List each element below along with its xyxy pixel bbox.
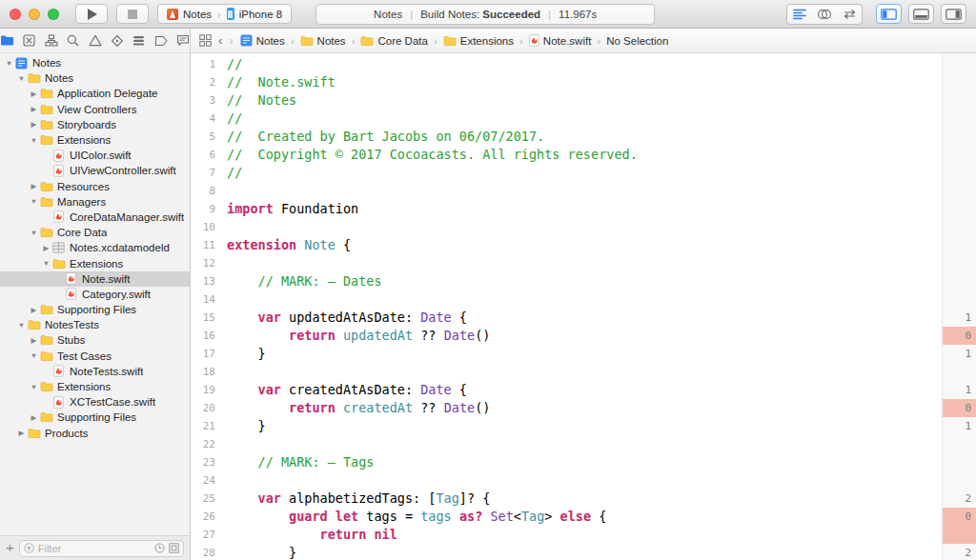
related-items-icon[interactable] bbox=[199, 34, 212, 47]
code-line[interactable] bbox=[227, 471, 942, 490]
line-number[interactable]: 26 bbox=[191, 508, 215, 526]
debug-navigator-icon[interactable] bbox=[132, 32, 146, 49]
code-line[interactable] bbox=[227, 363, 942, 381]
tree-item-xctestcase-swift[interactable]: XCTestCase.swift bbox=[0, 394, 190, 410]
code-line[interactable]: // Note.swift bbox=[227, 73, 942, 91]
code-line[interactable]: var alphabetizedTags: [Tag]? { bbox=[227, 490, 942, 508]
recent-files-clock-icon[interactable] bbox=[154, 543, 165, 553]
tree-item-view-controllers[interactable]: ▶View Controllers bbox=[0, 102, 190, 117]
disclosure-open-icon[interactable]: ▼ bbox=[29, 383, 39, 391]
disclosure-closed-icon[interactable]: ▶ bbox=[29, 90, 39, 98]
line-number[interactable]: 7 bbox=[191, 164, 215, 182]
tree-item-uiviewcontroller-swift[interactable]: UIViewController.swift bbox=[0, 163, 190, 178]
tree-item-notes[interactable]: ▼Notes bbox=[0, 70, 190, 86]
code-line[interactable]: var createdAtAsDate: Date { bbox=[227, 381, 942, 399]
assistant-editor-button[interactable] bbox=[812, 5, 837, 24]
line-number[interactable]: 25 bbox=[191, 490, 215, 508]
breadcrumb-item-notes[interactable]: Notes bbox=[300, 35, 346, 47]
disclosure-open-icon[interactable]: ▼ bbox=[41, 259, 51, 268]
breadcrumb-item-extensions[interactable]: Extensions bbox=[443, 35, 514, 47]
code-line[interactable]: // Copyright © 2017 Cocoacasts. All righ… bbox=[227, 146, 942, 164]
line-number[interactable]: 9 bbox=[191, 200, 215, 218]
go-back-button[interactable]: ‹ bbox=[218, 34, 222, 47]
line-number[interactable]: 20 bbox=[191, 399, 215, 417]
report-navigator-icon[interactable] bbox=[175, 32, 190, 49]
symbol-navigator-icon[interactable] bbox=[44, 32, 58, 49]
disclosure-closed-icon[interactable]: ▶ bbox=[16, 429, 27, 437]
line-number[interactable]: 22 bbox=[191, 435, 215, 453]
line-number[interactable]: 11 bbox=[191, 236, 215, 254]
breakpoint-navigator-icon[interactable] bbox=[153, 32, 168, 49]
code-line[interactable] bbox=[227, 435, 942, 453]
code-line[interactable]: extension Note { bbox=[227, 236, 942, 254]
disclosure-open-icon[interactable]: ▼ bbox=[16, 74, 27, 83]
disclosure-open-icon[interactable]: ▼ bbox=[29, 197, 39, 206]
tree-item-storyboards[interactable]: ▶Storyboards bbox=[0, 117, 190, 132]
line-number[interactable]: 3 bbox=[191, 91, 215, 110]
line-number[interactable]: 4 bbox=[191, 110, 215, 128]
add-button[interactable]: + bbox=[6, 540, 14, 554]
tree-item-uicolor-swift[interactable]: UIColor.swift bbox=[0, 148, 190, 163]
code-line[interactable] bbox=[227, 254, 942, 272]
line-number[interactable]: 1 bbox=[191, 55, 215, 73]
source-control-status-icon[interactable] bbox=[169, 543, 179, 553]
line-number[interactable]: 18 bbox=[191, 363, 215, 381]
disclosure-closed-icon[interactable]: ▶ bbox=[29, 336, 39, 345]
line-number[interactable]: 17 bbox=[191, 345, 215, 363]
line-number[interactable]: 12 bbox=[191, 254, 215, 272]
tree-item-products[interactable]: ▶Products bbox=[0, 426, 190, 441]
standard-editor-button[interactable] bbox=[787, 5, 812, 24]
tree-item-note-swift[interactable]: Note.swift bbox=[0, 271, 190, 287]
tree-item-resources[interactable]: ▶Resources bbox=[0, 179, 190, 194]
code-line[interactable]: return nil bbox=[227, 526, 942, 544]
breadcrumb-item-no-selection[interactable]: No Selection bbox=[606, 35, 668, 47]
filter-field[interactable]: Filter bbox=[19, 540, 184, 557]
line-number[interactable]: 24 bbox=[191, 471, 215, 490]
tree-item-test-cases[interactable]: ▼Test Cases bbox=[0, 349, 190, 364]
disclosure-open-icon[interactable]: ▼ bbox=[29, 229, 39, 237]
line-number[interactable]: 5 bbox=[191, 128, 215, 146]
disclosure-open-icon[interactable]: ▼ bbox=[29, 136, 39, 145]
tree-item-extensions[interactable]: ▼Extensions bbox=[0, 379, 190, 394]
line-number[interactable]: 15 bbox=[191, 309, 215, 327]
toggle-navigator-button[interactable] bbox=[876, 4, 902, 24]
issue-navigator-icon[interactable] bbox=[88, 32, 102, 49]
code-line[interactable]: // Notes bbox=[227, 91, 942, 110]
tree-item-notes-xcdatamodeld[interactable]: ▶Notes.xcdatamodeld bbox=[0, 240, 190, 255]
toggle-debug-area-button[interactable] bbox=[908, 4, 934, 24]
code-line[interactable]: import Foundation bbox=[227, 200, 942, 218]
disclosure-closed-icon[interactable]: ▶ bbox=[29, 413, 39, 422]
line-number[interactable]: 2 bbox=[191, 73, 215, 91]
tree-item-notes[interactable]: ▼Notes bbox=[0, 55, 190, 70]
tree-item-supporting-files[interactable]: ▶Supporting Files bbox=[0, 410, 190, 425]
tree-item-category-swift[interactable]: Category.swift bbox=[0, 287, 190, 302]
breadcrumb-item-core-data[interactable]: Core Data bbox=[360, 35, 427, 47]
disclosure-open-icon[interactable]: ▼ bbox=[29, 351, 39, 360]
code-line[interactable]: return createdAt ?? Date() bbox=[227, 399, 942, 417]
zoom-window-button[interactable] bbox=[48, 9, 59, 20]
test-navigator-icon[interactable] bbox=[110, 32, 124, 49]
go-forward-button[interactable]: › bbox=[229, 34, 233, 47]
disclosure-closed-icon[interactable]: ▶ bbox=[29, 105, 39, 113]
line-number[interactable]: 6 bbox=[191, 146, 215, 164]
line-number[interactable]: 13 bbox=[191, 272, 215, 290]
version-editor-button[interactable] bbox=[837, 5, 862, 24]
code-line[interactable] bbox=[227, 218, 942, 236]
code-line[interactable]: var updatedAtAsDate: Date { bbox=[227, 309, 942, 327]
tree-item-application-delegate[interactable]: ▶Application Delegate bbox=[0, 86, 190, 101]
code-line[interactable]: return updatedAt ?? Date() bbox=[227, 327, 942, 345]
disclosure-open-icon[interactable]: ▼ bbox=[16, 321, 27, 330]
source-control-navigator-icon[interactable] bbox=[22, 32, 36, 49]
code-line[interactable] bbox=[227, 290, 942, 309]
code-line[interactable]: } bbox=[227, 544, 942, 560]
source-editor[interactable]: 1234567891011121314151617181920212223242… bbox=[191, 53, 976, 560]
stop-button[interactable] bbox=[116, 4, 149, 24]
tree-item-notestests[interactable]: ▼NotesTests bbox=[0, 317, 190, 332]
line-number[interactable]: 10 bbox=[191, 218, 215, 236]
tree-item-managers[interactable]: ▼Managers bbox=[0, 194, 190, 210]
code-line[interactable]: } bbox=[227, 345, 942, 363]
code-line[interactable]: // MARK: – Tags bbox=[227, 453, 942, 471]
breadcrumb-item-notes[interactable]: Notes bbox=[240, 34, 285, 47]
line-number[interactable]: 14 bbox=[191, 290, 215, 309]
disclosure-closed-icon[interactable]: ▶ bbox=[41, 244, 51, 252]
